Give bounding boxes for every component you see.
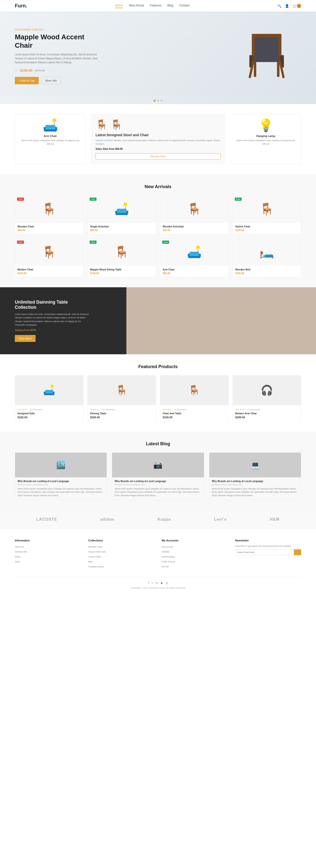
nav-features[interactable]: Features <box>150 4 162 8</box>
logo-text[interactable]: Furn. <box>15 3 27 8</box>
blog-grid: 🏙️ Why Brands are Looking at Local Langu… <box>15 453 301 500</box>
product-image-7: 🛏️ <box>233 239 301 266</box>
arm-chair-icon: 🛋️ <box>43 118 58 132</box>
product-badge-6: New <box>162 241 169 244</box>
footer-collections-links-link-3[interactable]: Bed <box>89 560 92 563</box>
price-current: $199.00 <box>20 68 33 72</box>
search-icon[interactable]: 🔍 <box>277 4 281 8</box>
nav-icons: 🔍 👤 🛒0 <box>277 4 301 8</box>
list-item: My Account <box>162 545 228 548</box>
banner-text: Unlimited Dainning Table Collection Lore… <box>15 300 89 342</box>
pinterest-icon[interactable]: p <box>166 581 168 585</box>
product-card-3: New 🪑 Stylish Chair $120.00 <box>233 195 301 235</box>
brands-section: LACOSTEadidasKappaLevi'sH&M <box>0 510 316 529</box>
footer-info-links-link-1[interactable]: Delivery Info <box>15 551 27 553</box>
brand-2: Kappa <box>157 517 171 522</box>
footer-collections-links-link-0[interactable]: Wooden Chair <box>89 546 102 548</box>
product-info-0: Wooden Chair $65.00 <box>15 223 83 234</box>
fp-emoji-3: 🎧 <box>261 384 273 396</box>
fp-emoji-2: 🪑 <box>188 384 201 396</box>
list-item: Store <box>15 560 81 563</box>
blog-image-1: 📷 <box>112 453 204 477</box>
chair-illustration <box>240 31 294 81</box>
product-card-5: Sale 🪑 Mapple Wood Dining Table $140.00 <box>87 238 156 277</box>
footer-accounts-title: My Accounts <box>162 539 228 542</box>
footer-accounts-links-link-1[interactable]: Wishlist <box>162 551 169 553</box>
footer-accounts-links-link-0[interactable]: My Account <box>162 546 173 548</box>
fp-card-1: 🪑 ★★★★☆ (18 Reviews) Dinning Table $200.… <box>87 375 156 422</box>
discover-more-button[interactable]: Discover More <box>96 153 220 159</box>
add-to-cart-button[interactable]: + Add to Cart <box>15 77 39 84</box>
hero-text: Great Design Collection Mapple Wood Acce… <box>15 28 99 84</box>
nav-contact[interactable]: Contact <box>179 4 189 8</box>
hero-price: — $199.00 $299.00 <box>15 68 99 72</box>
list-item: Order History <box>162 560 228 563</box>
dot-3[interactable] <box>161 100 163 102</box>
fp-card-2: 🪑 ★★★★☆ (9 Reviews) Chair And Table $100… <box>160 375 229 422</box>
blog-meta-0: By Robot Pencil | 13th March 2019 <box>17 484 104 486</box>
arrivals-grid: Sale 🪑 Wooden Chair $65.00 Sale 🛋️ Singl… <box>15 195 301 277</box>
blog-post-title-2: Why Brands are Looking at Local Language <box>212 480 299 483</box>
list-item: My Gift <box>162 565 228 568</box>
hanging-lamp-title: Hanging Lamp <box>256 134 275 137</box>
reviews-2: (9 Reviews) <box>175 408 186 411</box>
footer-collections-links-link-2[interactable]: Accent Chair <box>89 556 101 558</box>
footer-accounts-links-link-4[interactable]: My Gift <box>162 565 169 568</box>
nav-blog[interactable]: Blog <box>167 4 173 8</box>
newsletter-input[interactable] <box>235 549 294 555</box>
fp-price-1: $200.00 <box>90 416 153 419</box>
user-icon[interactable]: 👤 <box>285 4 289 8</box>
fp-stars-1: ★★★★☆ (18 Reviews) <box>90 408 153 411</box>
hero-image <box>232 27 301 86</box>
blog-info-2: Why Brands are Looking at Local Language… <box>209 477 301 500</box>
dot-2[interactable] <box>157 100 159 102</box>
list-item: Hanging Lamps <box>89 565 154 568</box>
view-more-button[interactable]: View More <box>15 335 36 342</box>
product-card-4: Sale 🪑 Modern Chair $100.00 <box>15 238 83 277</box>
svg-rect-0 <box>253 36 280 56</box>
dot-1[interactable] <box>153 100 155 102</box>
banner-desc: Lorem Ipsum Dolor Sit Amet, Consectetur … <box>15 312 89 327</box>
featured-products-grid: 🛋️ ★★★★☆ (13 Reviews) Designed Sofa $160… <box>15 375 301 422</box>
product-image-1: 🛋️ <box>87 195 156 223</box>
cart-icon[interactable]: 🛒0 <box>292 4 301 8</box>
blog-meta-1: By Robot Pencil | 13th March 2019 <box>114 484 201 486</box>
fp-price-3: $299.00 <box>235 416 299 419</box>
fp-stars-3: ★★★★☆ (10 Reviews) <box>235 408 299 411</box>
blog-emoji-0: 🏙️ <box>56 461 65 469</box>
brand-4: H&M <box>270 517 279 522</box>
footer-accounts-links-link-3[interactable]: Order History <box>162 560 175 563</box>
product-emoji-1: 🛋️ <box>114 202 129 216</box>
youtube-icon[interactable]: ▶ <box>161 581 163 585</box>
brand-1: adidas <box>100 517 114 522</box>
footer-info-links-link-0[interactable]: About Us <box>15 546 24 548</box>
banner-title: Unlimited Dainning Table Collection <box>15 300 89 310</box>
list-item: Royal Chefe Sofa <box>89 550 154 553</box>
stars-icon-1: ★★★★☆ <box>90 408 101 411</box>
reviews-0: (13 Reviews) <box>29 408 42 411</box>
twitter-icon[interactable]: t <box>152 581 152 585</box>
stool-chair-section: 🛋️ Arm Chair Nemo enim ipsam voluptatem … <box>0 104 316 174</box>
footer-collections-links-link-4[interactable]: Hanging Lamps <box>89 565 104 568</box>
footer-collections-links-link-1[interactable]: Royal Chefe Sofa <box>89 551 106 553</box>
facebook-icon[interactable]: f <box>148 581 149 585</box>
new-arrivals-section: New Arrivals Sale 🪑 Wooden Chair $65.00 … <box>0 174 316 287</box>
product-image-3: 🪑 <box>233 195 301 223</box>
nav-home[interactable]: Home <box>115 4 123 8</box>
nav-links: Home New Arrival Features Blog Contact <box>115 4 189 8</box>
nav-new-arrival[interactable]: New Arrival <box>129 4 144 8</box>
lamp-icon: 💡 <box>258 118 274 132</box>
newsletter-submit[interactable]: → <box>294 549 301 555</box>
more-info-button[interactable]: More Info <box>41 77 61 84</box>
product-image-5: 🪑 <box>87 239 156 266</box>
instagram-icon[interactable]: in <box>156 581 158 585</box>
footer-accounts-links-link-2[interactable]: Downloading <box>162 556 175 558</box>
blog-post-title-0: Why Brands are Looking at Local Language <box>17 480 104 483</box>
footer-info-links-link-2[interactable]: News <box>15 556 21 558</box>
svg-rect-1 <box>251 55 283 62</box>
list-item: Accent Chair <box>89 555 154 558</box>
product-card-1: Sale 🛋️ Single Armchair $80.00 <box>87 195 156 235</box>
footer-info-links-link-3[interactable]: Store <box>15 560 20 563</box>
fp-name-2: Chair And Table <box>163 412 226 415</box>
sales-from: Sales Start from $99.00 <box>96 148 220 150</box>
